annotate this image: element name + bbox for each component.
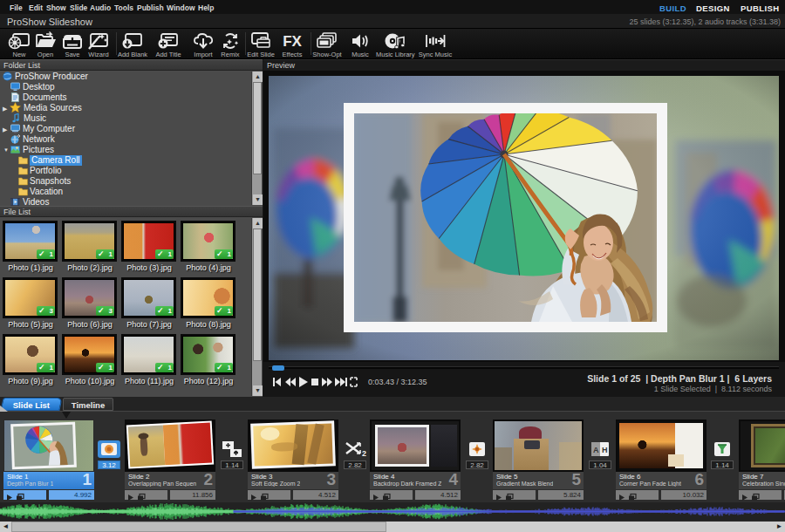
svg-text:2: 2: [362, 449, 366, 458]
svg-text:A: A: [593, 446, 599, 454]
svg-text:FX: FX: [283, 33, 302, 50]
svg-text:H: H: [602, 446, 608, 454]
